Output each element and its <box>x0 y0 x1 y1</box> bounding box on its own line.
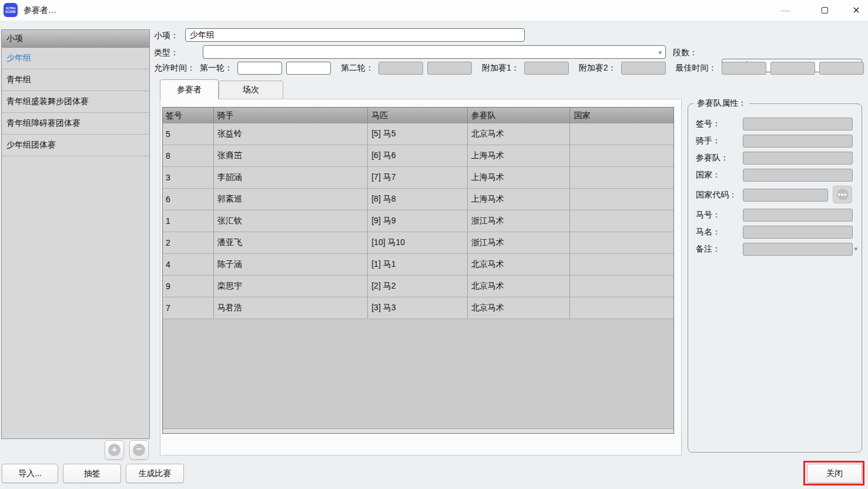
column-header[interactable]: 骑手 <box>214 108 368 123</box>
type-combobox[interactable]: ▾ <box>203 45 666 59</box>
table-cell: [8] 马8 <box>368 189 468 210</box>
close-button[interactable]: 关闭 <box>807 464 862 483</box>
table-row[interactable]: 3李韶涵[7] 马7上海马术 <box>163 167 673 189</box>
time-input[interactable] <box>237 62 282 75</box>
event-list-panel: 小项 少年组青年组青年组盛装舞步团体赛青年组障碍赛团体赛少年组团体赛 <box>1 29 150 439</box>
time-input[interactable] <box>621 62 666 75</box>
close-window-button[interactable]: ✕ <box>845 0 867 21</box>
table-cell: 上海马术 <box>468 145 571 166</box>
sidebar-item[interactable]: 少年组团体赛 <box>2 135 149 156</box>
sidebar-item[interactable]: 少年组 <box>2 48 149 69</box>
property-input[interactable] <box>743 118 853 130</box>
table-cell: 郭紊巡 <box>214 189 368 210</box>
maximize-icon <box>822 7 828 14</box>
sidebar-add-button[interactable]: + <box>105 440 124 460</box>
table-row[interactable]: 6郭紊巡[8] 马8上海马术 <box>163 189 673 210</box>
sidebar-remove-button[interactable]: − <box>129 440 149 460</box>
time-input[interactable] <box>286 62 331 75</box>
property-row: 骑手： <box>688 135 862 148</box>
table-row[interactable]: 7马君浩[3] 马3北京马术 <box>163 297 673 319</box>
column-header[interactable]: 签号 <box>163 108 214 123</box>
browse-button[interactable]: ••• <box>833 186 852 203</box>
time-input[interactable] <box>378 62 423 75</box>
table-cell: 1 <box>163 210 214 232</box>
table-row[interactable]: 1张汇钦[9] 马9浙江马术 <box>163 210 673 232</box>
ellipsis-icon: ••• <box>837 189 849 200</box>
maximize-button[interactable] <box>813 0 836 21</box>
column-header[interactable]: 国家 <box>570 108 673 123</box>
minus-icon: − <box>133 444 145 456</box>
minimize-icon: — <box>781 5 791 16</box>
time-group-label: 附加赛2： <box>579 63 616 73</box>
plus-icon: + <box>108 444 120 456</box>
column-header[interactable]: 马匹 <box>368 108 468 123</box>
table-cell: 张益铃 <box>214 123 368 145</box>
team-properties-group: 参赛队属性： 签号：骑手：参赛队：国家：国家代码：•••马号：马名：备注：▾ <box>688 103 862 453</box>
property-row: 国家代码：••• <box>688 189 862 202</box>
property-label: 备注： <box>696 244 720 254</box>
property-input[interactable] <box>743 135 853 148</box>
time-input[interactable] <box>770 62 815 75</box>
table-row[interactable]: 9栾思宇[2] 马2北京马术 <box>163 276 673 297</box>
property-input[interactable] <box>743 226 853 239</box>
stage-label: 段数： <box>673 48 698 58</box>
minimize-button[interactable]: — <box>775 0 797 21</box>
property-row: 马名： <box>688 226 862 239</box>
titlebar: ULTRA SCORE 参赛者… — ✕ <box>0 0 868 21</box>
table-cell: 2 <box>163 232 214 253</box>
time-input[interactable] <box>722 62 766 75</box>
import-button[interactable]: 导入... <box>2 464 58 483</box>
table-cell: 7 <box>163 297 214 319</box>
table-cell: 上海马术 <box>468 189 571 210</box>
sidebar-list: 少年组青年组青年组盛装舞步团体赛青年组障碍赛团体赛少年组团体赛 <box>2 48 149 156</box>
property-label: 签号： <box>696 119 720 129</box>
sidebar-item[interactable]: 青年组 <box>2 69 149 91</box>
table-cell: 8 <box>163 145 214 166</box>
property-input[interactable] <box>743 152 853 165</box>
table-cell: [1] 马1 <box>368 254 468 275</box>
time-input[interactable] <box>427 62 472 75</box>
table-cell: 北京马术 <box>468 254 571 275</box>
property-row: 签号： <box>688 118 862 130</box>
property-label: 参赛队： <box>696 153 729 163</box>
table-cell: 上海马术 <box>468 167 571 188</box>
table-cell: 5 <box>163 123 214 145</box>
table-cell: [9] 马9 <box>368 210 468 232</box>
tab-participants[interactable]: 参赛者 <box>160 79 219 99</box>
time-input[interactable] <box>524 62 569 75</box>
table-cell <box>570 254 673 275</box>
property-row: 国家： <box>688 169 862 182</box>
sidebar-item[interactable]: 青年组盛装舞步团体赛 <box>2 91 149 113</box>
type-label: 类型： <box>154 48 179 58</box>
table-cell <box>570 210 673 232</box>
generate-matches-button[interactable]: 生成比赛 <box>126 464 184 483</box>
property-label: 马号： <box>696 210 720 220</box>
table-scroll-strip[interactable] <box>163 428 673 433</box>
property-input[interactable] <box>743 169 853 182</box>
time-input[interactable] <box>819 62 864 75</box>
table-row[interactable]: 4陈子涵[1] 马1北京马术 <box>163 254 673 276</box>
table-cell <box>570 167 673 188</box>
table-cell <box>570 297 673 319</box>
column-header[interactable]: 参赛队 <box>468 108 571 123</box>
table-cell: 6 <box>163 189 214 210</box>
table-row[interactable]: 5张益铃[5] 马5北京马术 <box>163 123 673 145</box>
property-input[interactable] <box>743 209 853 222</box>
table-row[interactable]: 8张裔茁[6] 马6上海马术 <box>163 145 673 167</box>
draw-lots-button[interactable]: 抽签 <box>63 464 121 483</box>
item-name-input[interactable]: 少年组 <box>185 28 525 42</box>
table-header: 签号骑手马匹参赛队国家 <box>163 108 673 123</box>
property-input[interactable] <box>743 189 828 202</box>
property-label: 马名： <box>696 227 720 237</box>
team-properties-legend: 参赛队属性： <box>694 98 749 109</box>
tab-sessions[interactable]: 场次 <box>219 81 283 99</box>
property-combobox[interactable] <box>743 243 853 256</box>
time-group-label: 最佳时间： <box>676 63 717 73</box>
table-row[interactable]: 2潘亚飞[10] 马10浙江马术 <box>163 232 673 254</box>
property-label: 国家： <box>696 170 720 180</box>
property-row: 马号： <box>688 209 862 222</box>
table-cell <box>570 145 673 166</box>
participants-table: 签号骑手马匹参赛队国家 5张益铃[5] 马5北京马术8张裔茁[6] 马6上海马术… <box>162 107 674 434</box>
item-name-value: 少年组 <box>190 30 215 41</box>
sidebar-item[interactable]: 青年组障碍赛团体赛 <box>2 113 149 135</box>
